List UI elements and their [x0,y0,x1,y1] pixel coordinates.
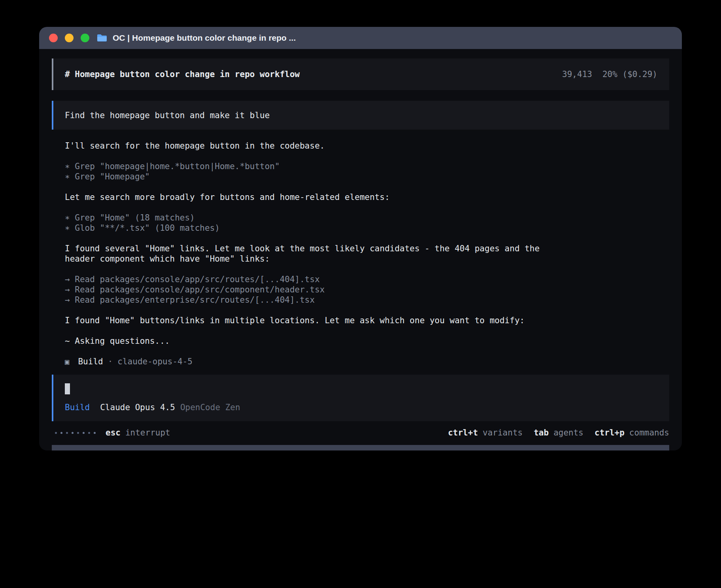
esc-label: interrupt [125,428,170,438]
minimize-button[interactable] [65,34,74,42]
terminal-content: # Homepage button color change in repo w… [39,49,682,450]
window-bottom-strip [52,445,669,450]
assistant-text: Let me search more broadly for buttons a… [65,192,557,202]
ctrl-t-key: ctrl+t [448,428,478,438]
hint-esc-interrupt: esc interrupt [106,428,170,438]
hint-ctrl-p-commands: ctrl+p commands [595,428,669,438]
hint-tab-agents: tab agents [534,428,583,438]
agent-status: ▣ Build · claude-opus-4-5 [65,356,558,367]
status-bar: esc interrupt ctrl+t variants tab agents… [52,428,669,438]
assistant-text: I found several "Home" links. Let me loo… [65,243,557,264]
session-header: # Homepage button color change in repo w… [52,58,669,90]
esc-key: esc [106,428,121,438]
agent-model: claude-opus-4-5 [117,356,193,367]
token-count: 39,413 [562,69,592,79]
status-shortcuts: ctrl+t variants tab agents ctrl+p comman… [448,428,669,438]
tool-call-grep: ∗ Grep "Home" (18 matches) [65,213,557,223]
tab-label: agents [553,428,583,438]
active-agent-badge[interactable]: Build [65,402,90,413]
hint-ctrl-t-variants: ctrl+t variants [448,428,523,438]
tool-call-read: → Read packages/console/app/src/componen… [65,285,557,295]
window-title-area: OC | Homepage button color change in rep… [96,33,296,43]
user-message-text: Find the homepage button and make it blu… [65,110,270,121]
text-cursor [65,383,70,394]
session-title: # Homepage button color change in repo w… [65,69,300,79]
ctrl-p-label: commands [629,428,669,438]
tool-call-read: → Read packages/console/app/src/routes/[… [65,274,557,285]
zoom-button[interactable] [81,34,89,42]
active-model-name: Claude Opus 4.5 [100,402,175,413]
tab-key: tab [534,428,549,438]
tool-call-read: → Read packages/enterprise/src/routes/[.… [65,295,557,305]
spinner-dots-icon [55,432,96,434]
input-meta: Build Claude Opus 4.5 OpenCode Zen [65,402,658,413]
separator-dot: · [108,356,113,367]
window-title: OC | Homepage button color change in rep… [113,33,296,43]
agent-icon: ▣ [65,356,69,367]
assistant-text: I found "Home" buttons/links in multiple… [65,315,557,326]
conversation: I'll search for the homepage button in t… [52,141,558,367]
model-provider: OpenCode Zen [180,402,240,413]
ctrl-p-key: ctrl+p [595,428,625,438]
user-message: Find the homepage button and make it blu… [52,101,669,130]
window-titlebar[interactable]: OC | Homepage button color change in rep… [39,27,682,49]
terminal-window: OC | Homepage button color change in rep… [39,27,682,450]
ctrl-t-label: variants [483,428,523,438]
traffic-lights [49,34,89,42]
tool-call-grep: ∗ Grep "homepage|home.*button|Home.*butt… [65,161,557,172]
tool-call-glob: ∗ Glob "**/*.tsx" (100 matches) [65,223,557,233]
agent-name: Build [78,356,103,367]
prompt-input-area[interactable]: Build Claude Opus 4.5 OpenCode Zen [52,375,669,421]
tool-call-grep: ∗ Grep "Homepage" [65,172,557,182]
session-stats: 39,413 20% ($0.29) [562,69,657,79]
asking-questions-status: ~ Asking questions... [65,336,557,346]
usage-cost: 20% ($0.29) [602,69,657,79]
assistant-text: I'll search for the homepage button in t… [65,141,557,151]
close-button[interactable] [49,34,58,42]
folder-icon [96,34,108,42]
